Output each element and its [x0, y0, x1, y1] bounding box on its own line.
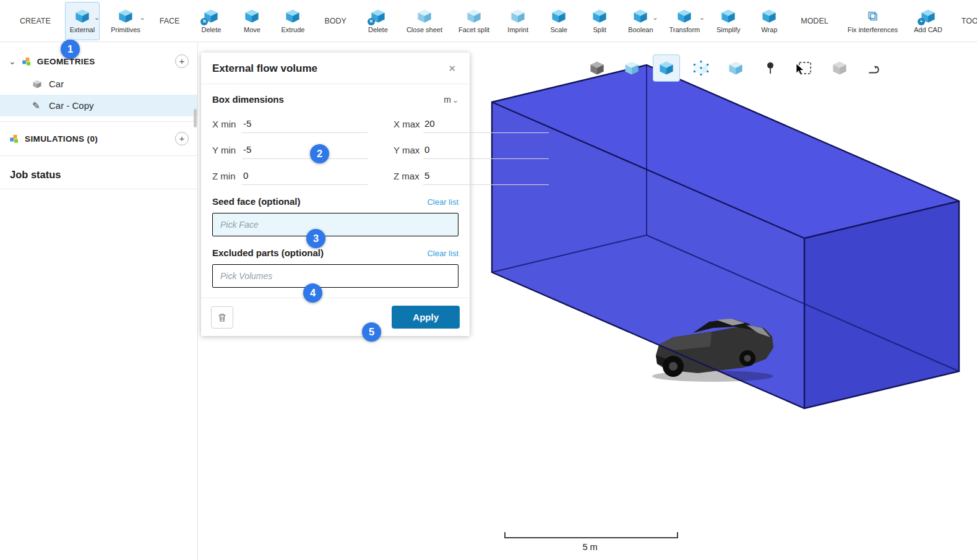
dialog-title: External flow volume	[212, 62, 317, 75]
geometries-header[interactable]: ⌄ GEOMETRIES +	[0, 50, 197, 73]
delete-dialog-button[interactable]	[211, 306, 233, 329]
left-panel: ⌄ GEOMETRIES + Car ✎ Car - Copy SIMULATI…	[0, 42, 198, 560]
face-move-button[interactable]: Move	[235, 2, 269, 40]
ymin-label: Y min	[212, 145, 242, 155]
step-badge-3: 3	[306, 229, 325, 248]
simplify-button[interactable]: Simplify	[711, 2, 746, 40]
divider	[0, 155, 197, 156]
pin-icon	[762, 60, 778, 76]
fix-interferences-button[interactable]: ⧉ Fix interferences	[843, 2, 903, 40]
ymin-input[interactable]	[242, 140, 368, 159]
chevron-down-icon[interactable]: ⌄	[699, 14, 705, 22]
vertex-view-button[interactable]	[687, 54, 715, 82]
cube-icon	[32, 79, 43, 89]
dialog-header: External flow volume ✕	[201, 53, 470, 84]
facet-split-cube-icon	[466, 8, 482, 24]
excluded-clear-list-link[interactable]: Clear list	[427, 249, 458, 258]
imprint-button[interactable]: Imprint	[501, 2, 535, 40]
face-extrude-cube-icon	[285, 8, 301, 24]
excluded-parts-label: Excluded parts (optional)	[212, 248, 324, 258]
primitives-button[interactable]: ⌄ Primitives	[106, 2, 145, 40]
wrap-button[interactable]: Wrap	[752, 2, 786, 40]
body-delete-cube-icon: ✕	[370, 8, 386, 24]
facet-split-button[interactable]: Facet split	[454, 2, 494, 40]
section-label-create: CREATE	[20, 17, 51, 25]
section-label-model: MODEL	[801, 17, 828, 25]
section-label-face: FACE	[160, 17, 180, 25]
seed-clear-list-link[interactable]: Clear list	[427, 197, 458, 207]
simulations-label: SIMULATIONS (0)	[25, 134, 98, 144]
ymax-input[interactable]	[423, 140, 549, 159]
shaded-cube-icon	[624, 60, 640, 76]
peel-face-button[interactable]	[861, 54, 888, 82]
add-simulation-button[interactable]: +	[175, 132, 189, 145]
trash-icon	[217, 312, 228, 323]
job-status-header: Job status	[0, 161, 197, 189]
external-flow-button[interactable]: ⌄ External	[65, 2, 100, 40]
unit-value: m	[444, 95, 451, 105]
divider	[0, 121, 197, 122]
zmax-label: Z max	[394, 171, 423, 181]
dialog-body: Box dimensions m⌄ X min X max Y min Y ma…	[201, 84, 470, 298]
unit-select[interactable]: m⌄	[444, 95, 458, 105]
chevron-down-icon[interactable]: ⌄	[9, 56, 16, 66]
edit-icon: ✎	[32, 100, 43, 111]
tree-item-car[interactable]: Car	[0, 73, 197, 95]
wrap-cube-icon	[761, 8, 777, 24]
xmax-input[interactable]	[423, 114, 549, 133]
transparent-cube-icon	[728, 60, 744, 76]
zmax-input[interactable]	[423, 166, 549, 185]
pick-face-input[interactable]	[212, 213, 458, 236]
body-delete-button[interactable]: ✕ Delete	[361, 2, 395, 40]
chevron-down-icon: ⌄	[452, 96, 458, 105]
section-label-body: BODY	[324, 17, 346, 25]
add-cad-button[interactable]: + Add CAD	[909, 2, 947, 40]
close-icon[interactable]: ✕	[445, 62, 458, 75]
delete-mark-icon: ✕	[368, 18, 375, 25]
step-badge-4: 4	[303, 283, 322, 303]
boolean-cube-icon	[632, 8, 648, 24]
flow-volume-cube-icon	[658, 60, 674, 76]
face-move-cube-icon	[244, 8, 260, 24]
shaded-view-button[interactable]	[618, 54, 645, 82]
scale-cube-icon	[551, 8, 567, 24]
scale-label: 5 m	[504, 542, 676, 552]
geometries-icon	[21, 56, 32, 67]
face-delete-button[interactable]: ✕ Delete	[194, 2, 228, 40]
external-flow-volume-dialog: External flow volume ✕ Box dimensions m⌄…	[201, 53, 470, 336]
viewport-toolbar	[583, 54, 888, 82]
chevron-down-icon[interactable]: ⌄	[140, 14, 145, 22]
section-label-tools: TOOLS	[962, 17, 977, 25]
solid-view-button[interactable]	[583, 54, 611, 82]
mouse-cursor-icon	[796, 63, 806, 77]
probe-pin-button[interactable]	[757, 54, 784, 82]
simulations-header[interactable]: SIMULATIONS (0) +	[0, 127, 197, 150]
tree-item-label: Car - Copy	[49, 100, 94, 111]
scrollbar-thumb[interactable]	[194, 109, 197, 127]
tree-item-car-copy[interactable]: ✎ Car - Copy	[0, 95, 197, 116]
boolean-button[interactable]: ⌄ Boolean	[623, 2, 658, 40]
chevron-down-icon[interactable]: ⌄	[94, 14, 100, 22]
xmax-label: X max	[394, 119, 423, 129]
chevron-down-icon[interactable]: ⌄	[652, 14, 658, 22]
pick-volumes-input[interactable]	[212, 264, 458, 288]
apply-button[interactable]: Apply	[392, 306, 460, 329]
add-cad-cube-icon: +	[920, 8, 936, 24]
split-button[interactable]: Split	[582, 2, 617, 40]
transform-button[interactable]: ⌄ Transform	[665, 2, 705, 40]
dimension-grid: X min X max Y min Y max Z min Z max	[212, 114, 458, 185]
transparent-view-button[interactable]	[722, 54, 749, 82]
split-cube-icon	[592, 8, 608, 24]
simplify-cube-icon	[720, 8, 736, 24]
xmin-input[interactable]	[242, 114, 368, 133]
add-geometry-button[interactable]: +	[175, 54, 189, 68]
face-extrude-button[interactable]: Extrude	[275, 2, 310, 40]
pan-view-button[interactable]	[826, 54, 853, 82]
scale-button[interactable]: Scale	[541, 2, 576, 40]
top-toolbar: CREATE ⌄ External ⌄ Primitives FACE ✕ De…	[0, 0, 977, 42]
close-sheet-button[interactable]: Close sheet	[402, 2, 447, 40]
zmin-label: Z min	[212, 171, 242, 181]
zmin-input[interactable]	[242, 166, 368, 185]
step-badge-1: 1	[61, 40, 80, 59]
flow-volume-view-button[interactable]	[653, 54, 680, 82]
